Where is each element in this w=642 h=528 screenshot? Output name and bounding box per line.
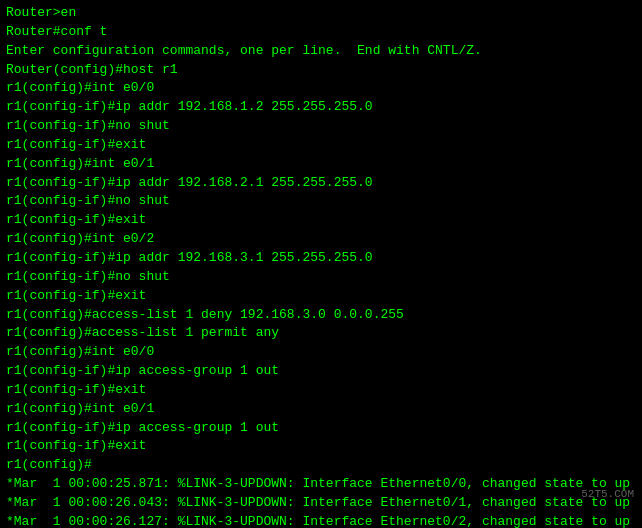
terminal-line: r1(config-if)#ip addr 192.168.3.1 255.25…	[6, 249, 636, 268]
terminal-line: r1(config-if)#no shut	[6, 192, 636, 211]
terminal-line: r1(config)#int e0/1	[6, 400, 636, 419]
terminal-line: r1(config-if)#exit	[6, 381, 636, 400]
terminal-line: r1(config)#int e0/0	[6, 79, 636, 98]
terminal-line: r1(config-if)#ip access-group 1 out	[6, 419, 636, 438]
watermark: 52T5.COM	[581, 488, 634, 500]
terminal-line: r1(config-if)#ip access-group 1 out	[6, 362, 636, 381]
terminal-line: *Mar 1 00:00:26.127: %LINK-3-UPDOWN: Int…	[6, 513, 636, 528]
terminal-line: r1(config-if)#exit	[6, 136, 636, 155]
terminal-line: r1(config)#	[6, 456, 636, 475]
terminal-line: Router(config)#host r1	[6, 61, 636, 80]
terminal-line: r1(config)#access-list 1 deny 192.168.3.…	[6, 306, 636, 325]
terminal-window[interactable]: Router>enRouter#conf tEnter configuratio…	[0, 0, 642, 528]
terminal-line: r1(config)#int e0/1	[6, 155, 636, 174]
terminal-line: r1(config-if)#exit	[6, 437, 636, 456]
terminal-line: r1(config-if)#ip addr 192.168.1.2 255.25…	[6, 98, 636, 117]
terminal-line: Router>en	[6, 4, 636, 23]
terminal-line: *Mar 1 00:00:26.043: %LINK-3-UPDOWN: Int…	[6, 494, 636, 513]
terminal-output: Router>enRouter#conf tEnter configuratio…	[6, 4, 636, 528]
terminal-line: *Mar 1 00:00:25.871: %LINK-3-UPDOWN: Int…	[6, 475, 636, 494]
terminal-line: r1(config)#access-list 1 permit any	[6, 324, 636, 343]
terminal-line: r1(config)#int e0/2	[6, 230, 636, 249]
terminal-line: r1(config)#int e0/0	[6, 343, 636, 362]
terminal-line: r1(config-if)#no shut	[6, 117, 636, 136]
terminal-line: Enter configuration commands, one per li…	[6, 42, 636, 61]
terminal-line: Router#conf t	[6, 23, 636, 42]
terminal-line: r1(config-if)#no shut	[6, 268, 636, 287]
terminal-line: r1(config-if)#exit	[6, 211, 636, 230]
terminal-line: r1(config-if)#ip addr 192.168.2.1 255.25…	[6, 174, 636, 193]
terminal-line: r1(config-if)#exit	[6, 287, 636, 306]
